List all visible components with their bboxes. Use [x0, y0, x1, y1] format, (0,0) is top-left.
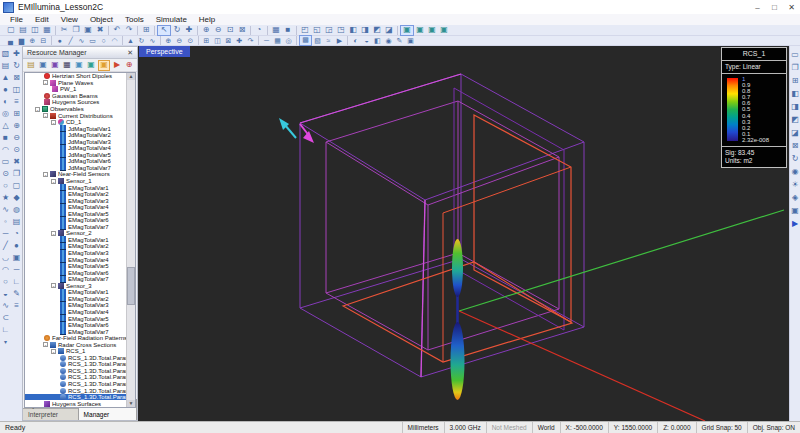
view-left-icon[interactable]: ◲ [323, 25, 335, 35]
viewport-3d[interactable]: Perspective [138, 46, 789, 421]
view-bottom-icon[interactable]: ◱ [311, 25, 323, 35]
view-front-icon[interactable]: ◧ [347, 25, 359, 35]
text-label-icon[interactable]: ✎ [12, 288, 22, 300]
zoom-all-icon[interactable]: ⊠ [790, 139, 800, 152]
mesh-view-icon[interactable]: ▧ [312, 36, 323, 46]
delete-icon[interactable]: ✖ [94, 25, 106, 35]
display-3-icon[interactable]: ▣ [426, 25, 438, 35]
field-view-icon[interactable]: ◐ [350, 36, 361, 46]
lock-object-icon[interactable]: ▣ [12, 252, 22, 264]
sphere-solid-icon[interactable]: ● [1, 84, 11, 96]
arc-tool-icon[interactable]: ◠ [109, 36, 120, 46]
array-object-icon[interactable]: ⊞ [12, 108, 22, 120]
polyline-icon[interactable]: ╱ [1, 240, 11, 252]
line-segment-icon[interactable]: ─ [1, 228, 11, 240]
view-right-icon[interactable]: ◳ [335, 25, 347, 35]
observables-icon[interactable]: ▣ [86, 60, 96, 70]
array-icon[interactable]: ⊞ [201, 36, 212, 46]
maximize-button[interactable]: □ [766, 1, 783, 14]
select-icon[interactable]: ↖ [157, 25, 171, 36]
tree-expander-icon[interactable]: - [51, 283, 56, 288]
import-model-icon[interactable]: ▄ [5, 36, 16, 46]
circle-tool-icon[interactable]: ○ [98, 36, 109, 46]
display-4-icon[interactable]: ▣ [438, 25, 450, 35]
union-icon[interactable]: ⊕ [12, 120, 22, 132]
menu-tools[interactable]: Tools [119, 14, 150, 25]
view-top-icon[interactable]: ◰ [299, 25, 311, 35]
zoom-extents-icon[interactable]: ⊠ [236, 25, 248, 35]
rotate-icon[interactable]: ↷ [245, 36, 256, 46]
copy-icon[interactable]: ❐ [70, 25, 82, 35]
arc-3point-icon[interactable]: ◡ [1, 252, 11, 264]
play-animation-icon[interactable]: ▶ [790, 217, 800, 230]
perspective-view-icon[interactable]: ◪ [790, 126, 800, 139]
cut-plane-icon[interactable]: ◧ [372, 36, 383, 46]
pan-icon[interactable]: ✚ [183, 25, 195, 35]
scale-icon[interactable]: ⊠ [223, 36, 234, 46]
menu-help[interactable]: Help [193, 14, 221, 25]
measure-icon[interactable]: ─ [261, 36, 272, 46]
display-2-icon[interactable]: ▣ [414, 25, 426, 35]
run-simulation-icon[interactable]: ▶ [334, 36, 345, 46]
paste-icon[interactable]: ▣ [82, 25, 94, 35]
view-xz-plane-icon[interactable]: ◩ [790, 113, 800, 126]
curve-tool-icon[interactable]: ⊂ [1, 312, 11, 324]
save-file-icon[interactable]: ◫ [29, 25, 41, 35]
hide-object-icon[interactable]: ◔ [12, 228, 22, 240]
star-shape-icon[interactable]: ★ [1, 192, 11, 204]
zoom-out-icon[interactable]: ⊖ [212, 25, 224, 35]
angle-tool-icon[interactable]: ∟ [1, 324, 11, 336]
menu-simulate[interactable]: Simulate [150, 14, 193, 25]
split-icon[interactable]: ⊟ [38, 36, 49, 46]
close-button[interactable]: ✕ [783, 1, 800, 14]
zoom-window-icon[interactable]: ⊡ [224, 25, 236, 35]
pyramid-solid-icon[interactable]: △ [1, 120, 11, 132]
cone-solid-icon[interactable]: ▲ [1, 72, 11, 84]
tree-expander-icon[interactable]: - [43, 342, 48, 347]
window-tool-icon[interactable]: ▭ [790, 48, 800, 61]
capture-icon[interactable]: ▣ [405, 36, 416, 46]
subtract-icon[interactable]: ⊖ [12, 132, 22, 144]
ellipsoid-solid-icon[interactable]: ◐ [1, 96, 11, 108]
snap-icon[interactable]: ◎ [283, 36, 294, 46]
menu-file[interactable]: File [4, 14, 29, 25]
mirror-icon[interactable]: ◫ [212, 36, 223, 46]
move-object-icon[interactable]: ✚ [12, 48, 22, 60]
properties-icon[interactable]: ≡ [12, 300, 22, 312]
ring-surface-icon[interactable]: ○ [1, 180, 11, 192]
tree-expander-icon[interactable]: - [51, 349, 56, 354]
render-settings-icon[interactable]: ◈ [790, 191, 800, 204]
undo-icon[interactable]: ↶ [111, 25, 123, 35]
polyline-tool-icon[interactable]: ∿ [76, 36, 87, 46]
scale-object-icon[interactable]: ⊠ [12, 72, 22, 84]
merge-icon[interactable]: ⊕ [27, 36, 38, 46]
minimize-button[interactable]: – [749, 1, 766, 14]
annotate-icon[interactable]: ✎ [394, 36, 405, 46]
light-icon[interactable]: ☀ [790, 178, 800, 191]
box-solid-icon[interactable]: ▧ [1, 48, 11, 60]
helix-curve-icon[interactable]: ∿ [1, 204, 11, 216]
display-1-icon[interactable]: ▣ [400, 25, 414, 36]
scroll-up-icon[interactable]: ▲ [127, 73, 135, 80]
new-file-icon[interactable]: ▢ [5, 25, 17, 35]
tab-perspective[interactable]: Perspective [139, 46, 190, 57]
help-icon[interactable]: ⊕ [124, 60, 134, 70]
line-tool-icon[interactable]: ╱ [65, 36, 76, 46]
menu-view[interactable]: View [55, 14, 84, 25]
cascade-windows-icon[interactable]: ❐ [790, 61, 800, 74]
view-xy-plane-icon[interactable]: ◧ [790, 87, 800, 100]
cylinder-solid-icon[interactable]: ▤ [1, 60, 11, 72]
probe-icon[interactable]: ◉ [383, 36, 394, 46]
dimension-icon[interactable]: ∟ [12, 276, 22, 288]
wireframe-view-icon[interactable]: ▦ [270, 25, 282, 35]
sources-icon[interactable]: ▣ [74, 60, 84, 70]
boolean-union-icon[interactable]: ⊕ [163, 36, 174, 46]
circle-2point-icon[interactable]: ○ [1, 276, 11, 288]
open-file-icon[interactable]: ▤ [17, 25, 29, 35]
rect-tool-icon[interactable]: ▭ [87, 36, 98, 46]
ungroup-icon[interactable]: ▢ [12, 180, 22, 192]
revolve-icon[interactable]: ↻ [136, 36, 147, 46]
tile-windows-icon[interactable]: ⊞ [790, 74, 800, 87]
print-icon[interactable]: ▦ [41, 25, 53, 35]
redo-icon[interactable]: ↷ [123, 25, 135, 35]
